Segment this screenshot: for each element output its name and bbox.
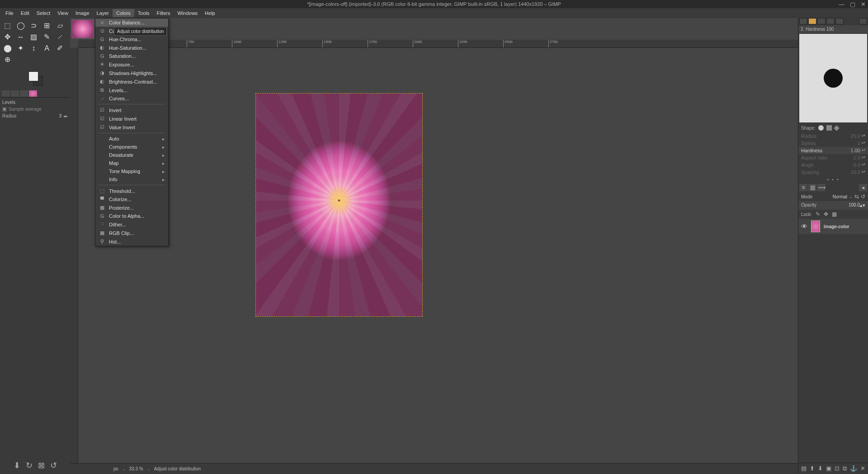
close-x-icon[interactable]: ✕	[2, 107, 7, 112]
property-row[interactable]: Radius25.0▴▾	[798, 132, 868, 140]
menu-item-map[interactable]: Map▸	[95, 159, 168, 167]
tool-button[interactable]: ↔	[14, 32, 27, 42]
tab-item[interactable]	[11, 90, 19, 97]
dropdown-icon[interactable]: ⌄	[147, 467, 151, 471]
layer-action-icon[interactable]: ⚓	[850, 465, 857, 472]
lock-move-icon[interactable]: ✥	[824, 211, 828, 217]
spinner-icon[interactable]: ▴▾	[862, 141, 865, 146]
tab-brushes[interactable]	[799, 18, 807, 24]
menu-item-hot[interactable]: ⚲Hot...	[95, 237, 168, 246]
opacity-value[interactable]: 100.0	[849, 202, 860, 208]
brush-preview[interactable]	[799, 34, 867, 122]
menu-item-posterize[interactable]: ▦Posterize...	[95, 203, 168, 212]
layer-name[interactable]: image-color	[824, 224, 849, 229]
tool-button[interactable]: ✦	[14, 43, 27, 53]
menu-image[interactable]: Image	[72, 9, 93, 17]
property-value[interactable]: 25.0	[851, 133, 860, 139]
tab-patterns[interactable]	[808, 18, 816, 24]
layer-item[interactable]: 👁 image-color	[798, 219, 868, 234]
menu-item-auto[interactable]: Auto▸	[95, 135, 168, 143]
menu-windows[interactable]: Windows	[174, 9, 201, 17]
tab-fonts[interactable]	[817, 18, 826, 24]
menu-item-value-invert[interactable]: ☑Value Invert	[95, 123, 168, 131]
menu-view[interactable]: View	[54, 9, 72, 17]
tool-button[interactable]: ✥	[1, 32, 14, 42]
tool-button[interactable]: ⊞	[41, 20, 53, 31]
tool-button[interactable]: ⬚	[1, 20, 14, 31]
layer-action-icon[interactable]: ⬆	[810, 465, 815, 472]
maximize-icon[interactable]: ▢	[850, 1, 855, 8]
image-thumbnail[interactable]	[71, 19, 94, 38]
reset-icon[interactable]: ↺	[861, 193, 865, 200]
radius-value[interactable]: 3	[59, 113, 61, 118]
menu-item-colorize[interactable]: ▀Colorize...	[95, 195, 168, 203]
menu-item-invert[interactable]: ☑Invert	[95, 106, 168, 114]
close-icon[interactable]: ✕	[861, 1, 866, 8]
more-dots[interactable]: • • •	[798, 176, 868, 183]
visibility-eye-icon[interactable]: 👁	[801, 223, 807, 230]
menu-item-rgb-clip[interactable]: ▦RGB Clip...	[95, 229, 168, 237]
color-swatches[interactable]	[26, 71, 44, 86]
spinner-icon[interactable]: ▴▾	[862, 169, 865, 175]
tab-menu[interactable]	[859, 18, 867, 24]
tab-history[interactable]	[826, 18, 835, 24]
tab-paths-icon[interactable]: ⟿	[817, 184, 826, 191]
tab-channels-icon[interactable]: ▥	[808, 184, 816, 191]
lock-alpha-icon[interactable]: ▦	[832, 211, 837, 217]
menu-item-hue-saturation[interactable]: ◐Hue-Saturation...	[95, 43, 168, 52]
tool-button[interactable]: ✐	[54, 43, 66, 53]
tab-layers-icon[interactable]: ≡	[799, 184, 807, 191]
spinner-icon[interactable]: ▴▾	[862, 148, 865, 153]
property-value[interactable]: 10.0	[851, 169, 860, 175]
menu-layer[interactable]: Layer	[93, 9, 113, 17]
tool-button[interactable]: ⬤	[1, 43, 14, 53]
property-value[interactable]: 0.0	[854, 162, 860, 168]
tab-item[interactable]	[20, 90, 28, 97]
menu-item-components[interactable]: Components▸	[95, 143, 168, 151]
menu-colors[interactable]: Colors	[113, 9, 134, 17]
layer-action-icon[interactable]: ✕	[860, 465, 865, 472]
property-row[interactable]: Spikes2▴▾	[798, 140, 868, 147]
menu-item-info[interactable]: Info▸	[95, 175, 168, 183]
menu-item-saturation[interactable]: GSaturation...	[95, 52, 168, 60]
shape-circle-icon[interactable]	[818, 125, 824, 131]
tool-button[interactable]: ▨	[28, 32, 40, 42]
image-canvas[interactable]	[255, 93, 423, 317]
dropdown-icon[interactable]: ⌄	[122, 467, 126, 471]
layer-thumbnail[interactable]	[811, 221, 820, 232]
tool-button[interactable]: ⊕	[1, 54, 14, 65]
fg-color-swatch[interactable]	[28, 71, 38, 81]
layer-action-icon[interactable]: ▣	[826, 465, 831, 472]
tool-button[interactable]: ⟋	[54, 32, 66, 42]
tool-button[interactable]: ⊃	[28, 20, 40, 31]
mode-value[interactable]: Normal	[814, 194, 847, 199]
menu-item-color-balance[interactable]: ≡Color Balance...	[95, 19, 168, 27]
menu-item-tone-mapping[interactable]: Tone Mapping▸	[95, 167, 168, 175]
property-row[interactable]: Aspect ratio1.0▴▾	[798, 154, 868, 161]
opacity-spinner[interactable]: ▴▾	[860, 202, 865, 208]
tool-button[interactable]: ◯	[14, 20, 27, 31]
property-row[interactable]: Hardness1.00▴▾	[798, 147, 868, 154]
tab-paint[interactable]	[835, 18, 844, 24]
tool-button[interactable]: ▱	[54, 20, 66, 31]
property-value[interactable]: 1.00	[851, 148, 860, 153]
action-icon[interactable]: ⬇	[14, 460, 20, 470]
switch-icon[interactable]: ⇆	[854, 193, 859, 200]
menu-item-hue-chroma[interactable]: GHue-Chroma...	[95, 35, 168, 43]
menu-item-curves[interactable]: ⟋Curves...	[95, 94, 168, 103]
action-icon[interactable]: ↺	[50, 460, 57, 470]
menu-file[interactable]: File	[2, 9, 17, 17]
menu-item-exposure[interactable]: ☀Exposure...	[95, 60, 168, 69]
menu-help[interactable]: Help	[201, 9, 219, 17]
tool-button[interactable]: ↕	[28, 43, 40, 53]
spinner-icon[interactable]: ▴▾	[862, 162, 865, 168]
action-icon[interactable]: ↻	[26, 460, 33, 470]
tab-menu-icon[interactable]: ◂	[859, 184, 867, 191]
menu-item-dither[interactable]: ∷Dither...	[95, 220, 168, 229]
property-row[interactable]: Angle0.0▴▾	[798, 161, 868, 169]
menu-item-shadows-highlights[interactable]: ◑Shadows-Highlights...	[95, 69, 168, 77]
menu-item-brightness-contrast[interactable]: ◐Brightness-Contrast...	[95, 77, 168, 86]
dropdown-icon[interactable]: ⌄	[849, 194, 853, 199]
shape-square-icon[interactable]	[826, 125, 832, 131]
menu-tools[interactable]: Tools	[134, 9, 153, 17]
